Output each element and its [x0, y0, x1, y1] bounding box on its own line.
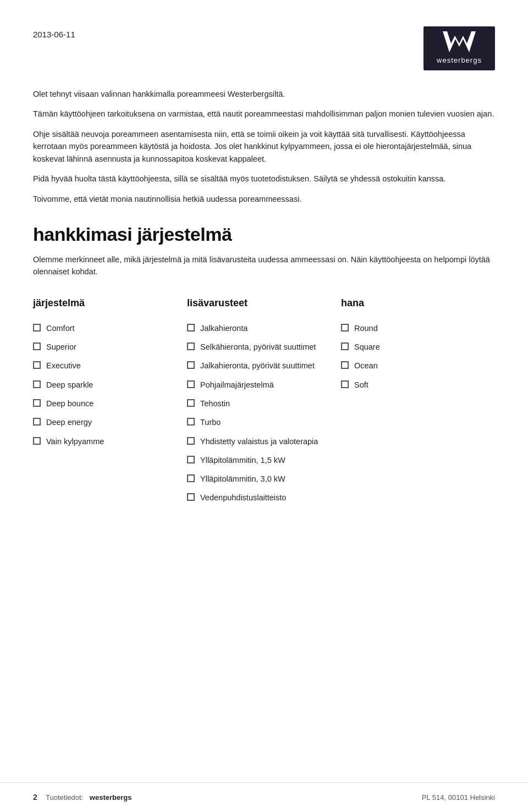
list-item: Ylläpitolämmitin, 3,0 kW — [187, 473, 341, 484]
svg-marker-0 — [443, 31, 476, 52]
header: 2013-06-11 westerbergs — [33, 26, 495, 70]
column-lisavarusteet: lisävarusteet JalkahierontaSelkähieronta… — [187, 296, 341, 511]
list-item: Vain kylpyamme — [33, 436, 187, 447]
logo-text: westerbergs — [437, 55, 482, 66]
section-sub: Olemme merkinneet alle, mikä järjestelmä… — [33, 254, 495, 278]
list-item-label: Deep energy — [46, 417, 92, 428]
column-jarjestelmä: järjestelmä ComfortSuperiorExecutiveDeep… — [33, 296, 187, 511]
list-item: Ocean — [341, 360, 495, 371]
checkbox-icon — [33, 380, 41, 388]
col1-list: ComfortSuperiorExecutiveDeep sparkleDeep… — [33, 323, 187, 447]
checkbox-icon — [187, 343, 195, 350]
list-item-label: Ylläpitolämmitin, 3,0 kW — [200, 473, 285, 484]
footer-address: PL 514, 00101 Helsinki — [422, 792, 495, 803]
list-item: Deep bounce — [33, 398, 187, 409]
list-item-label: Deep sparkle — [46, 379, 93, 390]
checkbox-icon — [33, 399, 41, 407]
checkbox-icon — [187, 437, 195, 445]
list-item: Deep sparkle — [33, 379, 187, 390]
col2-list: JalkahierontaSelkähieronta, pyörivät suu… — [187, 323, 341, 504]
intro-p2: Tämän käyttöohjeen tarkoituksena on varm… — [33, 108, 495, 120]
list-item: Jalkahieronta — [187, 323, 341, 334]
footer: 2 Tuotetiedot: westerbergs PL 514, 00101… — [0, 782, 528, 812]
checkbox-icon — [341, 361, 349, 369]
list-item: Superior — [33, 341, 187, 352]
list-item: Executive — [33, 360, 187, 371]
intro-p4: Pidä hyvää huolta tästä käyttöohjeesta, … — [33, 173, 495, 185]
list-item-label: Executive — [46, 360, 81, 371]
checkbox-icon — [187, 456, 195, 463]
checkbox-icon — [187, 324, 195, 332]
list-item-label: Superior — [46, 341, 76, 352]
list-item-label: Ocean — [354, 360, 378, 371]
list-item-label: Vain kylpyamme — [46, 436, 104, 447]
list-item-label: Jalkahieronta — [200, 323, 248, 334]
col1-header: järjestelmä — [33, 296, 187, 313]
page: 2013-06-11 westerbergs Olet tehnyt viisa… — [0, 0, 528, 812]
footer-label: Tuotetiedot: — [46, 792, 83, 803]
list-item: Ylläpitolämmitin, 1,5 kW — [187, 455, 341, 466]
list-item-label: Comfort — [46, 323, 75, 334]
list-item: Yhdistetty valaistus ja valoterapia — [187, 436, 341, 447]
intro-p1: Olet tehnyt viisaan valinnan hankkimalla… — [33, 88, 495, 100]
list-item: Jalkahieronta, pyörivät suuttimet — [187, 360, 341, 371]
footer-page-number: 2 — [33, 792, 37, 803]
list-item-label: Tehostin — [200, 398, 230, 409]
list-item-label: Pohjailmajärjestelmä — [200, 379, 274, 390]
checkbox-icon — [187, 399, 195, 407]
list-item: Selkähieronta, pyörivät suuttimet — [187, 341, 341, 352]
date-label: 2013-06-11 — [33, 29, 75, 41]
checkbox-icon — [341, 380, 349, 388]
intro-p5: Toivomme, että vietät monia nautinnollis… — [33, 193, 495, 205]
list-item-label: Ylläpitolämmitin, 1,5 kW — [200, 455, 285, 466]
main-heading: hankkimasi järjestelmä — [33, 220, 495, 248]
list-item-label: Vedenpuhdistuslaitteisto — [200, 492, 286, 503]
checkbox-icon — [187, 474, 195, 482]
list-item: Round — [341, 323, 495, 334]
columns-area: järjestelmä ComfortSuperiorExecutiveDeep… — [33, 296, 495, 511]
list-item: Tehostin — [187, 398, 341, 409]
checkbox-icon — [33, 343, 41, 350]
list-item-label: Yhdistetty valaistus ja valoterapia — [200, 436, 318, 447]
checkbox-icon — [187, 418, 195, 426]
list-item-label: Round — [354, 323, 378, 334]
checkbox-icon — [341, 324, 349, 332]
list-item-label: Selkähieronta, pyörivät suuttimet — [200, 341, 316, 352]
list-item: Square — [341, 341, 495, 352]
list-item-label: Jalkahieronta, pyörivät suuttimet — [200, 360, 315, 371]
checkbox-icon — [187, 361, 195, 369]
footer-brand: westerbergs — [90, 792, 132, 803]
checkbox-icon — [33, 361, 41, 369]
list-item: Soft — [341, 379, 495, 390]
checkbox-icon — [187, 493, 195, 501]
checkbox-icon — [33, 324, 41, 332]
column-hana: hana RoundSquareOceanSoft — [341, 296, 495, 511]
col3-header: hana — [341, 296, 495, 313]
list-item: Vedenpuhdistuslaitteisto — [187, 492, 341, 503]
list-item-label: Deep bounce — [46, 398, 94, 409]
col2-header: lisävarusteet — [187, 296, 341, 313]
list-item-label: Square — [354, 341, 380, 352]
footer-left: 2 Tuotetiedot: westerbergs — [33, 792, 131, 803]
checkbox-icon — [187, 380, 195, 388]
checkbox-icon — [33, 418, 41, 426]
list-item: Deep energy — [33, 417, 187, 428]
list-item: Comfort — [33, 323, 187, 334]
checkbox-icon — [341, 343, 349, 350]
logo-box: westerbergs — [424, 26, 495, 70]
col3-list: RoundSquareOceanSoft — [341, 323, 495, 390]
intro-section: Olet tehnyt viisaan valinnan hankkimalla… — [33, 88, 495, 205]
logo-icon — [443, 31, 476, 53]
intro-p3: Ohje sisältää neuvoja poreammeen asentam… — [33, 128, 495, 165]
list-item-label: Soft — [354, 379, 369, 390]
list-item-label: Turbo — [200, 417, 221, 428]
list-item: Turbo — [187, 417, 341, 428]
list-item: Pohjailmajärjestelmä — [187, 379, 341, 390]
checkbox-icon — [33, 437, 41, 445]
